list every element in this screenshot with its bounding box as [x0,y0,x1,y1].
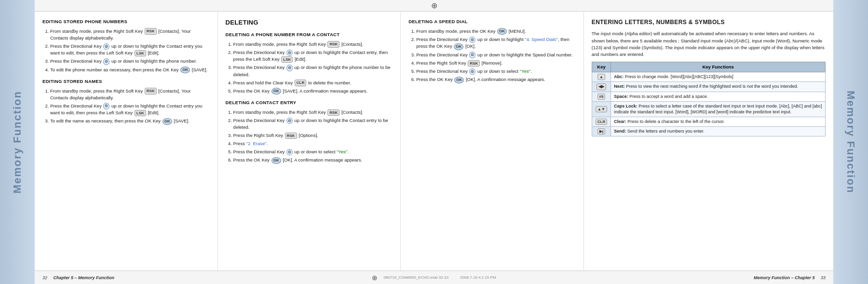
speed-dials-text: "4. Speed Dials" [525,37,558,42]
next-key-icon: ◀▶ [597,83,606,90]
list-item: Press the Directional Key ⊙ up or down t… [50,103,210,117]
erase-text: "2. Erase" [246,141,267,146]
list-item: Press "2. Erase". [233,140,393,147]
mode-key-icon: ▲ [597,74,605,80]
list-item: From standby mode, press the OK Key OK [… [416,28,576,35]
yes-text: "Yes" [337,149,347,154]
section2-list: From standby mode, press the Right Soft … [50,88,210,125]
column-1: EDITING STORED PHONE NUMBERS From standb… [35,12,218,270]
key-cell: ▲▼ [592,101,610,117]
date-info: 2008.7.16 4:1:15 PM [460,275,496,280]
speed-dial-list: From standby mode, press the OK Key OK [… [416,28,576,83]
page-container: Memory Function ⊕ EDITING STORED PHONE N… [0,0,868,284]
ok-key-icon: OK [180,67,190,73]
right-soft-key-icon: RSK [327,109,339,116]
table-row: CLR Clear: Press to delete a character t… [592,117,825,127]
bottom-center: ⊕ 080716_CDM8950_ECHO.indd 32-33 2008.7.… [237,274,631,282]
delete-phone-title: DELETING A PHONE NUMBER FROM A CONTACT [226,31,393,38]
key-cell: ▶| [592,127,610,136]
left-banner: Memory Function [0,0,35,284]
top-bar: ⊕ [35,0,833,12]
send-label: Send: [614,129,626,134]
table-row: #5 Space: Press to accept a word and add… [592,92,825,101]
list-item: Press the Directional Key ⊙ up or down t… [233,149,393,155]
ok-key-icon: OK [454,77,464,83]
section2-title: EDITING STORED NAMES [42,78,210,85]
crosshair-icon: ⊕ [431,1,437,10]
column-4: ENTERING LETTERS, NUMBERS & SYMBOLS The … [584,12,833,270]
list-item: From standby mode, press the Right Soft … [233,41,393,48]
table-row: ◀▶ Next: Press to view the next matching… [592,82,825,92]
right-soft-key-icon: RSK [145,88,157,95]
space-label: Space: [614,94,628,99]
delete-contact-list: From standby mode, press the Right Soft … [233,109,393,164]
bottom-crosshair-icon: ⊕ [372,274,378,282]
bottom-bar: 32 Chapter 5 – Memory Function ⊕ 080716_… [35,270,833,284]
chapter-left: Chapter 5 – Memory Function [54,275,115,280]
list-item: Press the Directional Key ⊙ up or down t… [416,36,576,50]
left-soft-key-icon: LSK [135,50,146,57]
list-item: Press the OK Key OK [OK]. A confirmation… [233,157,393,163]
yes-text: "Yes" [520,68,530,74]
page-num-right: 33 [821,275,826,280]
column-2: DELETING DELETING A PHONE NUMBER FROM A … [218,12,401,270]
list-item: To edit the name as necessary, then pres… [50,118,210,124]
list-item: Press the Right Soft Key RSK [Options]. [233,132,393,139]
dir-key-icon: ⊙ [469,37,475,43]
list-item: Press the Directional Key ⊙ up or down t… [416,52,576,58]
entering-letters-title: ENTERING LETTERS, NUMBERS & SYMBOLS [592,18,826,27]
deleting-main-title: DELETING [226,18,393,27]
space-key-icon: #5 [597,94,606,100]
bottom-right: Memory Function – Chapter 5 33 [631,275,833,280]
dir-key-icon: ⊙ [469,68,475,75]
key-cell: #5 [592,92,610,101]
list-item: Press the OK Key OK [SAVE]. A confirmati… [233,88,393,95]
dir-key-icon: ⊙ [286,149,293,156]
section1-title: EDITING STORED PHONE NUMBERS [42,18,210,25]
dir-key-icon: ⊙ [103,103,109,109]
list-item: Press the Right Soft Key RSK [Remove]. [416,60,576,67]
right-soft-key-icon: RSK [145,28,157,35]
key-cell: ◀▶ [592,82,610,92]
delete-phone-list: From standby mode, press the Right Soft … [233,41,393,95]
list-item: From standby mode, press the Right Soft … [50,28,210,41]
table-row: ▲ Abc: Press to change mode. [Word][Abc]… [592,72,825,82]
key-cell: ▲ [592,72,610,82]
left-soft-key-icon: LSK [135,110,146,117]
ok-key-icon: OK [163,118,172,125]
send-key-icon: ▶| [597,128,605,135]
clear-key-icon: CLR [295,80,306,86]
right-soft-key-icon: RSK [468,60,480,67]
list-item: To edit the phone number as necessary, t… [50,67,210,73]
right-banner-text: Memory Function [844,91,857,193]
function-cell: Clear: Press to delete a character to th… [611,117,826,127]
table-row: ▲▼ Caps Lock: Press to select a letter c… [592,101,825,117]
caps-label: Caps Lock: [614,104,637,108]
caps-key-icon: ▲▼ [596,106,607,112]
function-cell: Space: Press to accept a word and add a … [611,92,826,101]
column-3: DELETING A SPEED DIAL From standby mode,… [401,12,584,270]
function-cell: Next: Press to view the next matching wo… [611,82,826,92]
list-item: Press the Directional Key ⊙ up or down t… [50,43,210,57]
dir-key-icon: ⊙ [286,118,293,124]
table-row: ▶| Send: Send the letters and numbers yo… [592,127,825,136]
dir-key-icon: ⊙ [103,58,109,65]
delete-contact-title: DELETING A CONTACT ENTRY [226,99,393,106]
list-item: From standby mode, press the Right Soft … [233,109,393,116]
list-item: Press the Directional Key ⊙ up or down t… [233,49,393,63]
right-soft-key-icon: RSK [285,133,297,139]
speed-dial-title: DELETING A SPEED DIAL [408,18,576,25]
bottom-left: 32 Chapter 5 – Memory Function [35,275,237,280]
key-functions-table: Key Key Functions ▲ Abc: Press to change… [592,62,826,136]
list-item: Press the Directional Key ⊙ up or down t… [233,64,393,78]
dir-key-icon: ⊙ [286,50,293,56]
ok-key-icon: OK [271,157,281,164]
function-cell: Abc: Press to change mode. [Word][Abc][A… [611,72,826,82]
table-header-functions: Key Functions [611,62,826,72]
ok-key-icon: OK [497,28,507,35]
columns-area: EDITING STORED PHONE NUMBERS From standb… [35,12,833,270]
list-item: Press the Directional Key ⊙ up or down t… [233,117,393,131]
section1-list: From standby mode, press the Right Soft … [50,28,210,73]
table-header-key: Key [592,62,610,72]
ok-key-icon: OK [271,88,281,95]
